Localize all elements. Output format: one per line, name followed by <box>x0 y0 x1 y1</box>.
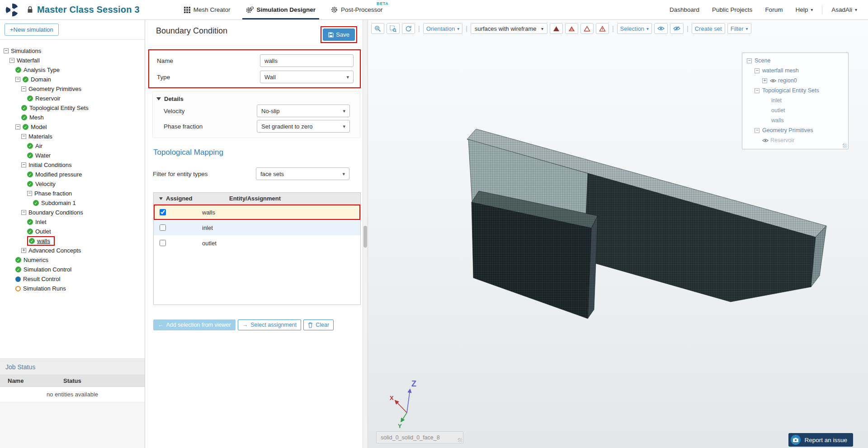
tab-post-processor[interactable]: Post-ProcessorBETA <box>330 0 384 19</box>
tree-item-phase-fraction[interactable]: −Phase fraction <box>0 189 145 198</box>
new-simulation-button[interactable]: +New simulation <box>5 24 59 36</box>
collapse-icon[interactable]: − <box>755 68 760 73</box>
tree-item-reservoir[interactable]: ✓Reservoir <box>0 94 145 103</box>
assignment-row-walls[interactable]: walls <box>154 205 360 220</box>
collapse-icon[interactable]: − <box>9 58 14 63</box>
expand-icon[interactable]: + <box>21 248 26 253</box>
report-issue-button[interactable]: Report an issue <box>788 433 853 447</box>
zoom-window-button[interactable] <box>387 23 400 34</box>
collapse-icon[interactable]: − <box>15 124 20 129</box>
tab-mesh-creator[interactable]: Mesh Creator <box>183 0 232 19</box>
tree-item-analysis-type[interactable]: ✓Analysis Type <box>0 65 145 75</box>
check-icon: ✓ <box>21 114 27 120</box>
user-menu[interactable]: AsadAli ▾ <box>831 6 857 13</box>
visibility-toggle[interactable] <box>762 138 769 143</box>
save-button[interactable]: Save <box>323 29 355 41</box>
scene-tree-item-outlet[interactable]: outlet <box>742 105 848 115</box>
viewport-3d[interactable]: | Orientation ▾ | surfaces with wirefram… <box>368 20 868 448</box>
tree-item-simulations[interactable]: −Simulations <box>0 46 145 56</box>
tree-item-inlet[interactable]: ✓Inlet <box>0 217 145 227</box>
entity-filter-select[interactable]: face sets ▾ <box>256 167 349 180</box>
details-header[interactable]: Details <box>153 94 360 103</box>
tree-item-boundary-conditions[interactable]: −Boundary Conditions <box>0 208 145 217</box>
tree-item-simulation-runs[interactable]: Simulation Runs <box>0 284 145 293</box>
velocity-select[interactable]: No-slip ▾ <box>257 105 350 117</box>
tree-item-geometry-primitives[interactable]: −Geometry Primitives <box>0 84 145 94</box>
collapse-icon[interactable]: − <box>755 88 760 93</box>
tree-item-model[interactable]: −✓Model <box>0 122 145 132</box>
check-icon: ✓ <box>33 200 39 206</box>
orientation-dropdown[interactable]: Orientation ▾ <box>423 23 463 34</box>
collapse-icon[interactable]: − <box>4 48 9 53</box>
collapse-icon[interactable]: − <box>15 77 20 82</box>
clear-button[interactable]: Clear <box>303 319 334 330</box>
create-set-button[interactable]: Create set <box>692 23 725 34</box>
resize-handle[interactable] <box>843 143 847 148</box>
phase-fraction-select[interactable]: Set gradient to zero ▾ <box>257 120 350 133</box>
tree-item-label: Subdomain 1 <box>41 200 79 206</box>
assignment-checkbox[interactable] <box>160 209 166 215</box>
assignment-checkbox[interactable] <box>160 240 166 246</box>
tree-item-air[interactable]: ✓Air <box>0 141 145 151</box>
tree-item-waterfall[interactable]: −Waterfall <box>0 56 145 65</box>
hide-selection-button[interactable] <box>670 23 684 34</box>
tree-item-walls[interactable]: ✓walls <box>0 236 145 246</box>
tree-item-topological-entity-sets[interactable]: ✓Topological Entity Sets <box>0 103 145 113</box>
tree-item-advanced-concepts[interactable]: +Advanced Concepts <box>0 246 145 255</box>
tree-item-velocity[interactable]: ✓Velocity <box>0 179 145 189</box>
assignment-checkbox[interactable] <box>160 224 166 231</box>
help-menu[interactable]: Help ▾ <box>795 6 813 13</box>
mesh-quality-outline-button[interactable] <box>580 23 594 34</box>
visibility-toggle[interactable] <box>770 79 776 83</box>
collapse-icon[interactable]: − <box>755 128 760 133</box>
nav-link-forum[interactable]: Forum <box>765 6 783 13</box>
collapse-icon[interactable]: − <box>27 191 32 196</box>
assignment-row-inlet[interactable]: inlet <box>154 220 360 235</box>
assignment-row-outlet[interactable]: outlet <box>154 235 360 251</box>
scene-tree-item-inlet[interactable]: inlet <box>742 95 848 105</box>
collapse-icon[interactable]: − <box>21 162 26 167</box>
mesh-quality-solid-button[interactable] <box>550 23 563 34</box>
scene-tree-item-geometry-primitives[interactable]: −Geometry Primitives <box>742 125 848 135</box>
tab-simulation-designer[interactable]: Simulation Designer <box>245 0 317 19</box>
add-selection-button[interactable]: ← Add selection from viewer <box>153 319 236 330</box>
tree-item-label: Initial Conditions <box>28 162 74 168</box>
tree-item-mesh[interactable]: ✓Mesh <box>0 113 145 122</box>
mesh-quality-warning-button[interactable] <box>596 23 609 34</box>
panel-scrollbar[interactable] <box>363 20 368 448</box>
name-input[interactable] <box>260 54 354 67</box>
scrollbar-thumb[interactable] <box>363 226 367 248</box>
tree-item-numerics[interactable]: ✓Numerics <box>0 255 145 265</box>
tree-item-outlet[interactable]: ✓Outlet <box>0 227 145 236</box>
show-selection-button[interactable] <box>654 23 668 34</box>
scene-tree-item-scene[interactable]: −Scene <box>742 56 848 66</box>
tree-item-domain[interactable]: −✓Domain <box>0 75 145 84</box>
collapse-icon[interactable]: − <box>21 210 26 215</box>
collapse-icon[interactable]: − <box>747 58 752 63</box>
collapse-icon[interactable]: − <box>21 86 26 91</box>
scene-tree-item-region0[interactable]: +region0 <box>742 76 848 86</box>
zoom-in-button[interactable] <box>371 23 384 34</box>
selection-dropdown[interactable]: Selection ▾ <box>617 23 652 34</box>
filter-dropdown[interactable]: Filter ▾ <box>727 23 751 34</box>
tree-item-initial-conditions[interactable]: −Initial Conditions <box>0 160 145 170</box>
scene-tree-item-waterfall-mesh[interactable]: −waterfall mesh <box>742 66 848 76</box>
expand-icon[interactable]: + <box>762 78 767 83</box>
nav-link-public-projects[interactable]: Public Projects <box>712 6 752 13</box>
tree-item-materials[interactable]: −Materials <box>0 132 145 141</box>
tree-item-modified-pressure[interactable]: ✓Modified pressure <box>0 170 145 179</box>
scene-tree-item-reservoir[interactable]: Reservoir <box>742 135 848 145</box>
render-mode-select[interactable]: surfaces with wireframe ▾ <box>471 23 547 34</box>
mesh-quality-shaded-button[interactable] <box>565 23 578 34</box>
nav-link-dashboard[interactable]: Dashboard <box>670 6 699 13</box>
scene-tree-item-walls[interactable]: walls <box>742 115 848 125</box>
tree-item-result-control[interactable]: Result Control <box>0 274 145 284</box>
type-select[interactable]: Wall ▾ <box>260 71 354 83</box>
select-assignment-button[interactable]: → Select assignment <box>238 319 302 330</box>
collapse-icon[interactable]: − <box>21 134 26 139</box>
tree-item-subdomain-1[interactable]: ✓Subdomain 1 <box>0 198 145 208</box>
tree-item-simulation-control[interactable]: ✓Simulation Control <box>0 265 145 274</box>
tree-item-water[interactable]: ✓Water <box>0 151 145 160</box>
reset-view-button[interactable] <box>402 23 415 34</box>
scene-tree-item-topological-entity-sets[interactable]: −Topological Entity Sets <box>742 86 848 95</box>
